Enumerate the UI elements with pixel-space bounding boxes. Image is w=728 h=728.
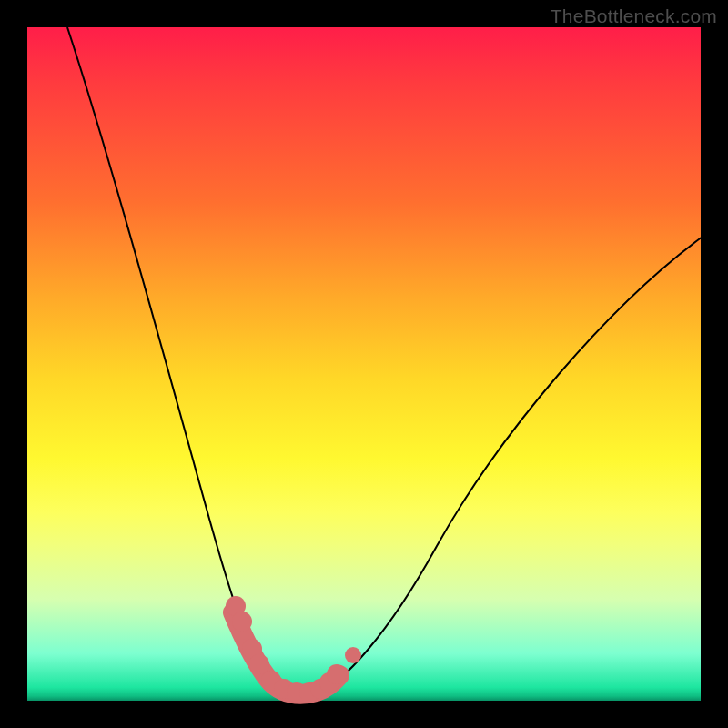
svg-point-10 — [327, 664, 347, 684]
chart-frame: TheBottleneck.com — [0, 0, 728, 728]
bottleneck-curve — [67, 27, 703, 694]
svg-point-3 — [249, 654, 269, 674]
svg-point-11 — [345, 647, 361, 663]
watermark-text: TheBottleneck.com — [551, 5, 717, 27]
svg-point-1 — [232, 612, 252, 632]
curve-layer — [27, 27, 701, 701]
plot-area — [27, 27, 701, 701]
